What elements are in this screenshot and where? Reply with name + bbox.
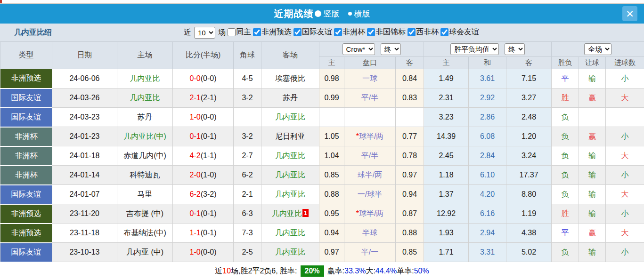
result-scope-select[interactable]: 全场	[584, 43, 611, 55]
filter-checkbox-0[interactable]: 同主	[228, 27, 251, 37]
view-option-horizontal[interactable]: 横版	[341, 8, 370, 19]
summary-segment-2: 场,胜2平2负6, 胜率:	[231, 266, 297, 276]
match-date: 24-03-26	[52, 88, 117, 108]
filter-checkbox-input-2[interactable]	[293, 28, 302, 36]
asia-home-odds: 0.99	[319, 88, 344, 108]
match-date: 24-01-23	[52, 127, 117, 146]
sub-header-handicap: 盘口	[344, 57, 396, 69]
halftime-score: (0-1)	[201, 229, 217, 237]
match-row: 国际友谊24-03-23苏丹1-0(0-0)几内亚比3.232.862.48负	[0, 108, 644, 127]
match-row: 非洲杯24-01-23几内亚比(中)0-1(0-1)3-2尼日利亚1.05*球半…	[0, 127, 644, 146]
asia-home-odds: 0.88	[319, 185, 344, 204]
near-label: 近	[184, 28, 191, 38]
asia-home-odds: 0.95	[319, 204, 344, 224]
match-date: 24-01-14	[52, 166, 117, 185]
view-option-horizontal-label: 横版	[354, 8, 370, 19]
europe-away-odds: 3.27	[506, 88, 552, 108]
away-team: 几内亚比	[261, 224, 319, 243]
result-winloss: 负	[552, 146, 579, 166]
asia-away-odds: 0.87	[396, 204, 424, 224]
filter-checkbox-2[interactable]: 国际友谊	[293, 27, 332, 37]
result-winloss: 负	[552, 243, 579, 262]
europe-odds-select[interactable]: 胜平负均值	[450, 43, 499, 55]
match-count-select[interactable]: 10	[194, 27, 215, 39]
view-option-vertical[interactable]: 竖版	[315, 8, 340, 19]
filter-checkbox-3[interactable]: 非洲杯	[334, 27, 365, 37]
europe-time-select[interactable]: 终	[505, 43, 525, 55]
halftime-score: (0-0)	[201, 113, 217, 121]
match-row: 非洲杯24-01-14科特迪瓦2-0(1-0)6-2几内亚比0.85球半/两0.…	[0, 166, 644, 185]
corner-score: 3-2	[234, 88, 261, 108]
match-row: 非洲预选23-11-18布基纳法(中)1-1(0-1)7-3几内亚比0.94半球…	[0, 224, 644, 243]
filter-checkbox-input-5[interactable]	[408, 28, 416, 36]
asia-home-odds	[319, 108, 344, 127]
fulltime-score: 1-1	[190, 229, 201, 237]
asia-company-select[interactable]: Crow*	[342, 43, 375, 55]
filter-checkbox-group: 同主非洲预选国际友谊非洲杯非国锦标西非杯球会友谊	[226, 27, 479, 38]
asia-home-odds: 0.85	[319, 166, 344, 185]
summary-segment-4: 赢率:	[327, 266, 344, 276]
home-team: 吉布提 (中)	[117, 204, 173, 224]
filter-checkbox-input-0[interactable]	[228, 28, 236, 36]
filter-checkbox-input-1[interactable]	[253, 28, 261, 36]
asia-away-odds: 0.84	[396, 69, 424, 88]
summary-row: 近10场,胜2平2负6, 胜率:20%赢率:33.3% 大:44.4% 单率:5…	[0, 263, 644, 280]
halftime-score: (3-2)	[201, 190, 217, 198]
result-goals: 大	[606, 146, 644, 166]
europe-home-odds: 1.93	[424, 224, 469, 243]
filter-checkbox-label: 同主	[236, 27, 251, 37]
radio-unselected-icon[interactable]	[348, 12, 352, 16]
fulltime-score: 0-1	[190, 209, 201, 217]
result-goals: 小	[606, 69, 644, 88]
match-date: 23-11-20	[52, 204, 117, 224]
sub-header-winloss: 胜负	[552, 57, 579, 69]
europe-home-odds: 1.18	[424, 166, 469, 185]
away-team-name: 几内亚比	[275, 113, 305, 121]
corner-score: 3-2	[234, 127, 261, 146]
europe-draw-odds: 3.61	[469, 69, 506, 88]
match-type: 国际友谊	[0, 88, 52, 108]
filter-bar: 几内亚比绍 近 10 场 同主非洲预选国际友谊非洲杯非国锦标西非杯球会友谊	[0, 24, 644, 41]
europe-away-odds: 1.20	[506, 127, 552, 146]
corner-score: 7-3	[234, 224, 261, 243]
col-header-type: 类型	[0, 42, 52, 69]
filter-checkbox-input-4[interactable]	[367, 28, 375, 36]
score-cell: 0-0(0-0)	[173, 69, 234, 88]
europe-away-odds: 3.24	[506, 146, 552, 166]
close-icon[interactable]: ✕	[622, 6, 637, 21]
asia-home-odds: 1.05	[319, 127, 344, 146]
asia-time-select[interactable]: 终	[381, 43, 401, 55]
filter-checkbox-4[interactable]: 非国锦标	[367, 27, 406, 37]
radio-selected-icon[interactable]	[315, 10, 321, 17]
summary-segment-8: 单率:	[397, 266, 414, 276]
europe-away-odds: 7.15	[506, 69, 552, 88]
europe-draw-odds: 2.84	[469, 146, 506, 166]
filter-checkbox-input-6[interactable]	[440, 28, 448, 36]
europe-draw-odds: 4.20	[469, 185, 506, 204]
filter-checkbox-1[interactable]: 非洲预选	[253, 27, 292, 37]
match-row: 国际友谊23-10-13几内亚 (中)1-0(0-0)2-5几内亚比0.97半/…	[0, 243, 644, 262]
asia-handicap: 平/半	[344, 146, 396, 166]
asia-away-odds: 0.78	[396, 146, 424, 166]
recent-results-popup: 近期战绩 竖版 横版 ✕ 几内亚比绍 近 10 场 同主非洲预选国际友谊非洲杯非…	[0, 0, 644, 280]
filter-checkbox-6[interactable]: 球会友谊	[440, 27, 479, 37]
summary-segment-3: 20%	[301, 265, 324, 277]
handicap-text: 球半/两	[359, 132, 383, 140]
asia-home-odds: 0.94	[319, 224, 344, 243]
result-handicap: 输	[579, 204, 606, 224]
filter-controls: 近 10 场 同主非洲预选国际友谊非洲杯非国锦标西非杯球会友谊	[184, 27, 479, 39]
popup-title: 近期战绩	[274, 8, 314, 20]
away-team-name: 几内亚比	[275, 152, 305, 160]
filter-checkbox-input-3[interactable]	[334, 28, 342, 36]
filter-checkbox-5[interactable]: 西非杯	[408, 27, 439, 37]
filter-checkbox-label: 西非杯	[416, 27, 439, 37]
europe-home-odds: 2.45	[424, 146, 469, 166]
filter-checkbox-label: 非洲杯	[342, 27, 365, 37]
popup-titlebar: 近期战绩 竖版 横版 ✕	[0, 4, 644, 24]
asia-handicap: 平/半	[344, 88, 396, 108]
sub-header-asia-home: 主	[319, 57, 344, 69]
match-type: 国际友谊	[0, 185, 52, 204]
europe-home-odds: 1.49	[424, 69, 469, 88]
result-handicap: 输	[579, 69, 606, 88]
handicap-text: 平/半	[361, 94, 378, 102]
